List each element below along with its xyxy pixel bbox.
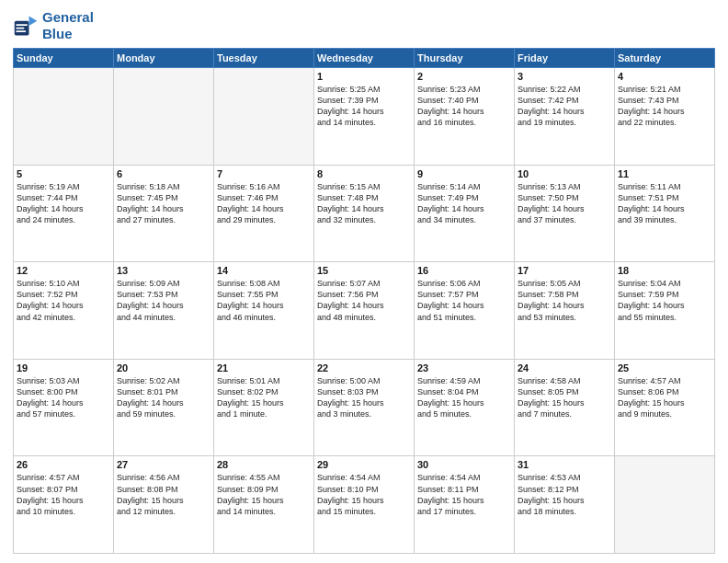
calendar-cell: 5Sunrise: 5:19 AM Sunset: 7:44 PM Daylig… — [14, 165, 114, 262]
calendar-cell: 20Sunrise: 5:02 AM Sunset: 8:01 PM Dayli… — [114, 359, 214, 456]
day-info: Sunrise: 4:59 AM Sunset: 8:04 PM Dayligh… — [417, 375, 511, 420]
day-info: Sunrise: 4:57 AM Sunset: 8:07 PM Dayligh… — [17, 472, 110, 517]
day-number: 22 — [317, 362, 411, 373]
day-number: 8 — [317, 168, 411, 179]
col-wednesday: Wednesday — [314, 49, 415, 68]
day-info: Sunrise: 4:56 AM Sunset: 8:08 PM Dayligh… — [117, 472, 210, 517]
day-number: 4 — [618, 71, 711, 82]
day-info: Sunrise: 5:04 AM Sunset: 7:59 PM Dayligh… — [618, 278, 711, 323]
calendar-cell: 1Sunrise: 5:25 AM Sunset: 7:39 PM Daylig… — [314, 68, 415, 166]
day-info: Sunrise: 5:03 AM Sunset: 8:00 PM Dayligh… — [17, 375, 110, 420]
calendar-cell: 16Sunrise: 5:06 AM Sunset: 7:57 PM Dayli… — [415, 262, 515, 360]
calendar-cell: 10Sunrise: 5:13 AM Sunset: 7:50 PM Dayli… — [515, 165, 615, 262]
calendar-cell: 25Sunrise: 4:57 AM Sunset: 8:06 PM Dayli… — [615, 359, 715, 456]
calendar-cell: 2Sunrise: 5:23 AM Sunset: 7:40 PM Daylig… — [415, 68, 515, 166]
day-info: Sunrise: 5:15 AM Sunset: 7:48 PM Dayligh… — [317, 181, 411, 226]
day-number: 9 — [417, 168, 511, 179]
day-number: 26 — [17, 459, 110, 470]
day-number: 5 — [17, 168, 110, 179]
day-info: Sunrise: 5:07 AM Sunset: 7:56 PM Dayligh… — [317, 278, 411, 323]
day-info: Sunrise: 5:09 AM Sunset: 7:53 PM Dayligh… — [117, 278, 210, 323]
day-number: 13 — [117, 265, 210, 276]
calendar-cell: 11Sunrise: 5:11 AM Sunset: 7:51 PM Dayli… — [615, 165, 715, 262]
calendar-cell: 21Sunrise: 5:01 AM Sunset: 8:02 PM Dayli… — [214, 359, 314, 456]
day-info: Sunrise: 5:25 AM Sunset: 7:39 PM Dayligh… — [317, 84, 411, 129]
day-info: Sunrise: 5:08 AM Sunset: 7:55 PM Dayligh… — [217, 278, 311, 323]
calendar-cell: 15Sunrise: 5:07 AM Sunset: 7:56 PM Dayli… — [314, 262, 415, 360]
day-number: 11 — [618, 168, 711, 179]
day-info: Sunrise: 5:16 AM Sunset: 7:46 PM Dayligh… — [217, 181, 311, 226]
calendar-cell: 24Sunrise: 4:58 AM Sunset: 8:05 PM Dayli… — [515, 359, 615, 456]
calendar: Sunday Monday Tuesday Wednesday Thursday… — [13, 48, 715, 554]
day-number: 7 — [217, 168, 311, 179]
day-number: 23 — [417, 362, 511, 373]
day-number: 28 — [217, 459, 311, 470]
calendar-cell: 3Sunrise: 5:22 AM Sunset: 7:42 PM Daylig… — [515, 68, 615, 166]
day-number: 27 — [117, 459, 210, 470]
day-info: Sunrise: 5:13 AM Sunset: 7:50 PM Dayligh… — [518, 181, 611, 226]
day-info: Sunrise: 5:05 AM Sunset: 7:58 PM Dayligh… — [518, 278, 611, 323]
calendar-cell: 17Sunrise: 5:05 AM Sunset: 7:58 PM Dayli… — [515, 262, 615, 360]
calendar-cell: 26Sunrise: 4:57 AM Sunset: 8:07 PM Dayli… — [14, 456, 114, 554]
day-number: 20 — [117, 362, 210, 373]
day-info: Sunrise: 4:58 AM Sunset: 8:05 PM Dayligh… — [518, 375, 611, 420]
calendar-cell: 30Sunrise: 4:54 AM Sunset: 8:11 PM Dayli… — [415, 456, 515, 554]
calendar-cell — [114, 68, 214, 166]
page: General Blue Sunday Monday Tuesday Wedne… — [0, 0, 728, 563]
calendar-cell: 23Sunrise: 4:59 AM Sunset: 8:04 PM Dayli… — [415, 359, 515, 456]
day-number: 19 — [17, 362, 110, 373]
calendar-cell: 29Sunrise: 4:54 AM Sunset: 8:10 PM Dayli… — [314, 456, 415, 554]
day-number: 2 — [417, 71, 511, 82]
calendar-cell — [14, 68, 114, 166]
day-number: 17 — [518, 265, 611, 276]
calendar-cell: 14Sunrise: 5:08 AM Sunset: 7:55 PM Dayli… — [214, 262, 314, 360]
day-info: Sunrise: 5:01 AM Sunset: 8:02 PM Dayligh… — [217, 375, 311, 420]
day-info: Sunrise: 5:10 AM Sunset: 7:52 PM Dayligh… — [17, 278, 110, 323]
day-info: Sunrise: 5:14 AM Sunset: 7:49 PM Dayligh… — [417, 181, 511, 226]
day-info: Sunrise: 5:11 AM Sunset: 7:51 PM Dayligh… — [618, 181, 711, 226]
calendar-cell: 4Sunrise: 5:21 AM Sunset: 7:43 PM Daylig… — [615, 68, 715, 166]
day-info: Sunrise: 4:54 AM Sunset: 8:10 PM Dayligh… — [317, 472, 411, 517]
col-friday: Friday — [515, 49, 615, 68]
col-tuesday: Tuesday — [214, 49, 314, 68]
header: General Blue — [13, 9, 715, 42]
day-info: Sunrise: 4:55 AM Sunset: 8:09 PM Dayligh… — [217, 472, 311, 517]
day-number: 21 — [217, 362, 311, 373]
calendar-cell: 9Sunrise: 5:14 AM Sunset: 7:49 PM Daylig… — [415, 165, 515, 262]
day-number: 12 — [17, 265, 110, 276]
calendar-cell: 19Sunrise: 5:03 AM Sunset: 8:00 PM Dayli… — [14, 359, 114, 456]
day-info: Sunrise: 4:57 AM Sunset: 8:06 PM Dayligh… — [618, 375, 711, 420]
svg-marker-1 — [29, 17, 38, 27]
day-number: 3 — [518, 71, 611, 82]
svg-rect-4 — [17, 30, 27, 32]
day-info: Sunrise: 5:00 AM Sunset: 8:03 PM Dayligh… — [317, 375, 411, 420]
day-number: 25 — [618, 362, 711, 373]
calendar-cell — [615, 456, 715, 554]
day-number: 15 — [317, 265, 411, 276]
calendar-cell: 22Sunrise: 5:00 AM Sunset: 8:03 PM Dayli… — [314, 359, 415, 456]
calendar-cell: 28Sunrise: 4:55 AM Sunset: 8:09 PM Dayli… — [214, 456, 314, 554]
day-info: Sunrise: 5:02 AM Sunset: 8:01 PM Dayligh… — [117, 375, 210, 420]
day-number: 10 — [518, 168, 611, 179]
col-sunday: Sunday — [14, 49, 114, 68]
logo-text: General Blue — [42, 9, 94, 42]
svg-rect-2 — [17, 24, 28, 26]
day-info: Sunrise: 4:53 AM Sunset: 8:12 PM Dayligh… — [518, 472, 611, 517]
calendar-cell: 12Sunrise: 5:10 AM Sunset: 7:52 PM Dayli… — [14, 262, 114, 360]
day-number: 16 — [417, 265, 511, 276]
logo-icon — [13, 13, 39, 39]
day-info: Sunrise: 4:54 AM Sunset: 8:11 PM Dayligh… — [417, 472, 511, 517]
day-info: Sunrise: 5:19 AM Sunset: 7:44 PM Dayligh… — [17, 181, 110, 226]
calendar-cell: 18Sunrise: 5:04 AM Sunset: 7:59 PM Dayli… — [615, 262, 715, 360]
calendar-cell: 27Sunrise: 4:56 AM Sunset: 8:08 PM Dayli… — [114, 456, 214, 554]
calendar-cell: 8Sunrise: 5:15 AM Sunset: 7:48 PM Daylig… — [314, 165, 415, 262]
svg-rect-3 — [17, 28, 25, 29]
col-monday: Monday — [114, 49, 214, 68]
day-number: 6 — [117, 168, 210, 179]
col-thursday: Thursday — [415, 49, 515, 68]
day-info: Sunrise: 5:06 AM Sunset: 7:57 PM Dayligh… — [417, 278, 511, 323]
day-info: Sunrise: 5:21 AM Sunset: 7:43 PM Dayligh… — [618, 84, 711, 129]
calendar-cell: 13Sunrise: 5:09 AM Sunset: 7:53 PM Dayli… — [114, 262, 214, 360]
day-number: 29 — [317, 459, 411, 470]
day-number: 30 — [417, 459, 511, 470]
